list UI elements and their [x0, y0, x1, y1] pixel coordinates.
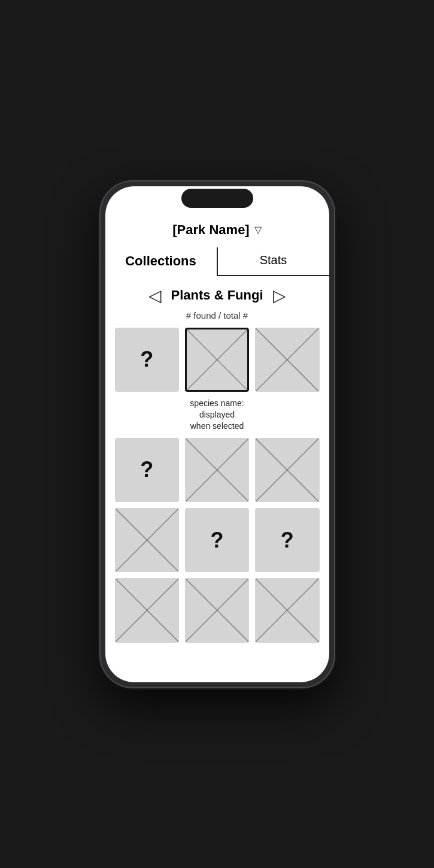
- dropdown-arrow-icon[interactable]: ▽: [254, 224, 262, 235]
- species-cell-8[interactable]: ?: [185, 508, 249, 572]
- tab-bar: Collections Stats: [105, 245, 329, 276]
- species-cell-5[interactable]: [185, 438, 249, 502]
- phone-frame: [Park Name] ▽ Collections Stats ◁ Plants…: [101, 182, 334, 687]
- category-title: Plants & Fungi: [171, 288, 263, 303]
- unknown-icon-4: ?: [281, 530, 294, 551]
- content-area: ◁ Plants & Fungi ▷ # found / total # ?: [105, 276, 329, 682]
- unknown-icon: ?: [140, 349, 153, 370]
- species-cell-2[interactable]: [185, 328, 249, 392]
- header: [Park Name] ▽: [105, 217, 329, 245]
- species-cell-9[interactable]: ?: [255, 508, 319, 572]
- prev-category-button[interactable]: ◁: [148, 286, 162, 306]
- species-cell-4[interactable]: ?: [115, 438, 179, 502]
- species-cell-7[interactable]: [115, 508, 179, 572]
- category-nav: ◁ Plants & Fungi ▷: [115, 286, 320, 306]
- species-cell-6[interactable]: [255, 438, 319, 502]
- species-cell-1[interactable]: ?: [115, 328, 179, 392]
- next-category-button[interactable]: ▷: [273, 286, 286, 306]
- species-cell-11[interactable]: [185, 578, 249, 642]
- found-count: # found / total #: [186, 310, 248, 320]
- park-name: [Park Name]: [172, 222, 249, 238]
- screen: [Park Name] ▽ Collections Stats ◁ Plants…: [105, 186, 329, 682]
- notch: [181, 189, 253, 208]
- species-cell-12[interactable]: [255, 578, 319, 642]
- tab-collections[interactable]: Collections: [105, 247, 217, 275]
- species-grid: ? species name: dis: [115, 328, 320, 643]
- species-cell-3[interactable]: [255, 328, 319, 392]
- tab-stats[interactable]: Stats: [218, 247, 329, 275]
- species-cell-10[interactable]: [115, 578, 179, 642]
- unknown-icon-3: ?: [210, 530, 223, 551]
- unknown-icon-2: ?: [140, 459, 153, 480]
- selected-species-label: species name: displayed when selected: [185, 398, 249, 432]
